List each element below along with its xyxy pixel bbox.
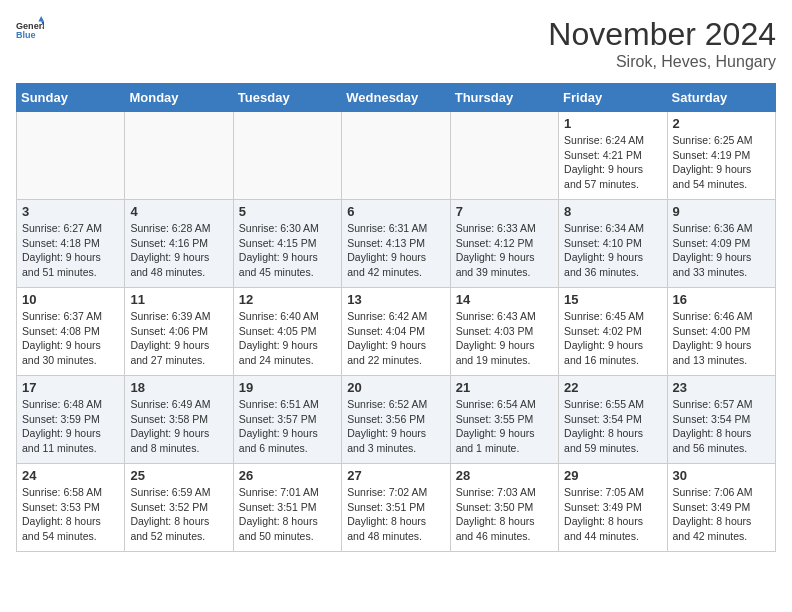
table-row: 4Sunrise: 6:28 AM Sunset: 4:16 PM Daylig…: [125, 200, 233, 288]
table-row: 11Sunrise: 6:39 AM Sunset: 4:06 PM Dayli…: [125, 288, 233, 376]
calendar-week-row: 17Sunrise: 6:48 AM Sunset: 3:59 PM Dayli…: [17, 376, 776, 464]
day-info: Sunrise: 6:39 AM Sunset: 4:06 PM Dayligh…: [130, 309, 227, 368]
col-wednesday: Wednesday: [342, 84, 450, 112]
day-info: Sunrise: 6:40 AM Sunset: 4:05 PM Dayligh…: [239, 309, 336, 368]
table-row: 1Sunrise: 6:24 AM Sunset: 4:21 PM Daylig…: [559, 112, 667, 200]
svg-text:Blue: Blue: [16, 30, 36, 40]
logo: General Blue: [16, 16, 44, 44]
day-info: Sunrise: 6:45 AM Sunset: 4:02 PM Dayligh…: [564, 309, 661, 368]
day-info: Sunrise: 6:59 AM Sunset: 3:52 PM Dayligh…: [130, 485, 227, 544]
table-row: 28Sunrise: 7:03 AM Sunset: 3:50 PM Dayli…: [450, 464, 558, 552]
day-info: Sunrise: 7:03 AM Sunset: 3:50 PM Dayligh…: [456, 485, 553, 544]
table-row: [450, 112, 558, 200]
day-number: 21: [456, 380, 553, 395]
table-row: 24Sunrise: 6:58 AM Sunset: 3:53 PM Dayli…: [17, 464, 125, 552]
table-row: [233, 112, 341, 200]
table-row: 16Sunrise: 6:46 AM Sunset: 4:00 PM Dayli…: [667, 288, 775, 376]
table-row: 13Sunrise: 6:42 AM Sunset: 4:04 PM Dayli…: [342, 288, 450, 376]
calendar-header-row: Sunday Monday Tuesday Wednesday Thursday…: [17, 84, 776, 112]
day-number: 26: [239, 468, 336, 483]
day-number: 14: [456, 292, 553, 307]
day-info: Sunrise: 6:55 AM Sunset: 3:54 PM Dayligh…: [564, 397, 661, 456]
table-row: 23Sunrise: 6:57 AM Sunset: 3:54 PM Dayli…: [667, 376, 775, 464]
table-row: [17, 112, 125, 200]
table-row: 30Sunrise: 7:06 AM Sunset: 3:49 PM Dayli…: [667, 464, 775, 552]
day-info: Sunrise: 6:24 AM Sunset: 4:21 PM Dayligh…: [564, 133, 661, 192]
table-row: 15Sunrise: 6:45 AM Sunset: 4:02 PM Dayli…: [559, 288, 667, 376]
day-number: 15: [564, 292, 661, 307]
day-info: Sunrise: 6:25 AM Sunset: 4:19 PM Dayligh…: [673, 133, 770, 192]
day-info: Sunrise: 6:58 AM Sunset: 3:53 PM Dayligh…: [22, 485, 119, 544]
table-row: 25Sunrise: 6:59 AM Sunset: 3:52 PM Dayli…: [125, 464, 233, 552]
month-title: November 2024: [548, 16, 776, 53]
logo-icon: General Blue: [16, 16, 44, 44]
day-info: Sunrise: 6:42 AM Sunset: 4:04 PM Dayligh…: [347, 309, 444, 368]
day-info: Sunrise: 6:49 AM Sunset: 3:58 PM Dayligh…: [130, 397, 227, 456]
day-number: 29: [564, 468, 661, 483]
day-info: Sunrise: 6:36 AM Sunset: 4:09 PM Dayligh…: [673, 221, 770, 280]
col-monday: Monday: [125, 84, 233, 112]
table-row: 18Sunrise: 6:49 AM Sunset: 3:58 PM Dayli…: [125, 376, 233, 464]
day-number: 4: [130, 204, 227, 219]
table-row: [125, 112, 233, 200]
day-number: 6: [347, 204, 444, 219]
calendar-week-row: 10Sunrise: 6:37 AM Sunset: 4:08 PM Dayli…: [17, 288, 776, 376]
day-number: 25: [130, 468, 227, 483]
table-row: 21Sunrise: 6:54 AM Sunset: 3:55 PM Dayli…: [450, 376, 558, 464]
svg-text:General: General: [16, 21, 44, 31]
day-number: 30: [673, 468, 770, 483]
table-row: 12Sunrise: 6:40 AM Sunset: 4:05 PM Dayli…: [233, 288, 341, 376]
day-number: 10: [22, 292, 119, 307]
table-row: 8Sunrise: 6:34 AM Sunset: 4:10 PM Daylig…: [559, 200, 667, 288]
table-row: 14Sunrise: 6:43 AM Sunset: 4:03 PM Dayli…: [450, 288, 558, 376]
table-row: 17Sunrise: 6:48 AM Sunset: 3:59 PM Dayli…: [17, 376, 125, 464]
table-row: [342, 112, 450, 200]
day-info: Sunrise: 6:31 AM Sunset: 4:13 PM Dayligh…: [347, 221, 444, 280]
day-number: 5: [239, 204, 336, 219]
day-number: 3: [22, 204, 119, 219]
day-info: Sunrise: 6:57 AM Sunset: 3:54 PM Dayligh…: [673, 397, 770, 456]
col-thursday: Thursday: [450, 84, 558, 112]
table-row: 27Sunrise: 7:02 AM Sunset: 3:51 PM Dayli…: [342, 464, 450, 552]
day-info: Sunrise: 7:05 AM Sunset: 3:49 PM Dayligh…: [564, 485, 661, 544]
day-number: 17: [22, 380, 119, 395]
day-number: 20: [347, 380, 444, 395]
col-sunday: Sunday: [17, 84, 125, 112]
table-row: 5Sunrise: 6:30 AM Sunset: 4:15 PM Daylig…: [233, 200, 341, 288]
day-number: 7: [456, 204, 553, 219]
day-number: 11: [130, 292, 227, 307]
location-title: Sirok, Heves, Hungary: [548, 53, 776, 71]
day-info: Sunrise: 6:28 AM Sunset: 4:16 PM Dayligh…: [130, 221, 227, 280]
table-row: 2Sunrise: 6:25 AM Sunset: 4:19 PM Daylig…: [667, 112, 775, 200]
svg-marker-2: [38, 16, 44, 22]
day-number: 24: [22, 468, 119, 483]
day-info: Sunrise: 6:46 AM Sunset: 4:00 PM Dayligh…: [673, 309, 770, 368]
day-info: Sunrise: 6:27 AM Sunset: 4:18 PM Dayligh…: [22, 221, 119, 280]
day-number: 27: [347, 468, 444, 483]
calendar-table: Sunday Monday Tuesday Wednesday Thursday…: [16, 83, 776, 552]
day-info: Sunrise: 7:06 AM Sunset: 3:49 PM Dayligh…: [673, 485, 770, 544]
day-info: Sunrise: 6:33 AM Sunset: 4:12 PM Dayligh…: [456, 221, 553, 280]
day-number: 13: [347, 292, 444, 307]
calendar-week-row: 3Sunrise: 6:27 AM Sunset: 4:18 PM Daylig…: [17, 200, 776, 288]
table-row: 9Sunrise: 6:36 AM Sunset: 4:09 PM Daylig…: [667, 200, 775, 288]
day-info: Sunrise: 7:02 AM Sunset: 3:51 PM Dayligh…: [347, 485, 444, 544]
calendar-week-row: 1Sunrise: 6:24 AM Sunset: 4:21 PM Daylig…: [17, 112, 776, 200]
title-area: November 2024 Sirok, Heves, Hungary: [548, 16, 776, 71]
day-number: 8: [564, 204, 661, 219]
table-row: 29Sunrise: 7:05 AM Sunset: 3:49 PM Dayli…: [559, 464, 667, 552]
table-row: 19Sunrise: 6:51 AM Sunset: 3:57 PM Dayli…: [233, 376, 341, 464]
day-number: 19: [239, 380, 336, 395]
day-number: 22: [564, 380, 661, 395]
day-number: 18: [130, 380, 227, 395]
day-number: 9: [673, 204, 770, 219]
day-info: Sunrise: 6:52 AM Sunset: 3:56 PM Dayligh…: [347, 397, 444, 456]
col-friday: Friday: [559, 84, 667, 112]
day-info: Sunrise: 6:51 AM Sunset: 3:57 PM Dayligh…: [239, 397, 336, 456]
table-row: 10Sunrise: 6:37 AM Sunset: 4:08 PM Dayli…: [17, 288, 125, 376]
day-info: Sunrise: 6:37 AM Sunset: 4:08 PM Dayligh…: [22, 309, 119, 368]
day-number: 1: [564, 116, 661, 131]
day-number: 12: [239, 292, 336, 307]
col-saturday: Saturday: [667, 84, 775, 112]
table-row: 22Sunrise: 6:55 AM Sunset: 3:54 PM Dayli…: [559, 376, 667, 464]
